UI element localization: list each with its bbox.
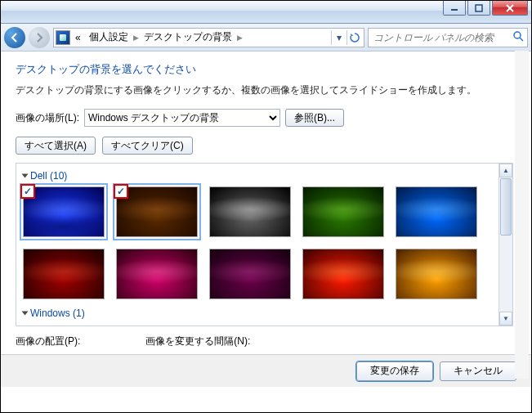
search-icon[interactable] xyxy=(512,30,524,44)
thumbnail[interactable] xyxy=(116,249,198,299)
window-titlebar xyxy=(1,1,531,24)
forward-button[interactable] xyxy=(29,27,50,48)
address-dropdown-button[interactable]: ▾ xyxy=(332,29,346,47)
thumbnail[interactable] xyxy=(23,249,105,299)
clear-all-button[interactable]: すべてクリア(C) xyxy=(102,137,193,155)
collapse-icon xyxy=(22,312,29,316)
location-label: 画像の場所(L): xyxy=(16,111,79,125)
scroll-track[interactable] xyxy=(499,177,512,312)
close-button[interactable] xyxy=(492,1,528,16)
location-icon xyxy=(56,30,70,45)
content-area: デスクトップの背景を選んでください デスクトップの背景にする画像をクリックするか… xyxy=(1,52,531,354)
gallery-panel: Dell (10) ✓ ✓ Windows (1) ▲ ▼ xyxy=(16,163,513,326)
thumbnail[interactable] xyxy=(302,186,384,237)
scroll-up-button[interactable]: ▲ xyxy=(499,164,512,177)
instruction-text: デスクトップの背景にする画像をクリックするか、複数の画像を選択してスライドショー… xyxy=(16,83,513,97)
scroll-thumb[interactable] xyxy=(500,178,512,236)
collapse-icon xyxy=(22,174,29,178)
group-label: Dell (10) xyxy=(30,170,67,182)
checkbox-checked-icon[interactable]: ✓ xyxy=(114,184,128,199)
group-label: Windows (1) xyxy=(30,308,85,319)
chevron-right-icon: ▶ xyxy=(237,34,243,42)
group-header-windows[interactable]: Windows (1) xyxy=(21,306,494,324)
back-button[interactable] xyxy=(4,27,25,48)
thumbnail[interactable] xyxy=(302,249,384,299)
thumbnail[interactable] xyxy=(209,249,291,299)
breadcrumb-personalization[interactable]: 個人設定 xyxy=(86,29,132,47)
svg-line-5 xyxy=(520,38,523,41)
chevron-right-icon: ▶ xyxy=(133,34,139,42)
cancel-button[interactable]: キャンセル xyxy=(440,361,516,381)
svg-rect-1 xyxy=(476,5,482,11)
thumbnail[interactable] xyxy=(396,186,477,237)
refresh-button[interactable] xyxy=(347,29,362,47)
minimize-button[interactable] xyxy=(443,1,466,16)
navigation-bar: « 個人設定 ▶ デスクトップの背景 ▶ ▾ xyxy=(1,24,531,52)
breadcrumb-prefix: « xyxy=(72,29,84,47)
thumbnail[interactable]: ✓ xyxy=(23,186,105,237)
save-changes-button[interactable]: 変更の保存 xyxy=(356,361,433,381)
browse-button[interactable]: 参照(B)... xyxy=(285,109,344,127)
svg-point-4 xyxy=(514,32,521,38)
search-input[interactable] xyxy=(372,31,512,44)
gallery: Dell (10) ✓ ✓ Windows (1) xyxy=(16,164,498,325)
thumbnail[interactable]: ✓ xyxy=(116,186,198,237)
group-header-dell[interactable]: Dell (10) xyxy=(21,168,494,186)
thumbnail[interactable] xyxy=(209,186,291,237)
breadcrumb-desktop-background[interactable]: デスクトップの背景 xyxy=(141,29,235,47)
maximize-button[interactable] xyxy=(467,1,490,16)
window-scrollbar[interactable] xyxy=(515,51,529,379)
address-bar[interactable]: « 個人設定 ▶ デスクトップの背景 ▶ ▾ xyxy=(53,28,364,47)
position-label: 画像の配置(P): xyxy=(16,334,80,348)
location-select[interactable]: Windows デスクトップの背景 xyxy=(84,109,280,127)
checkbox-checked-icon[interactable]: ✓ xyxy=(20,184,35,199)
footer-bar: 変更の保存 キャンセル xyxy=(1,354,531,387)
select-all-button[interactable]: すべて選択(A) xyxy=(16,137,96,155)
thumbnail[interactable] xyxy=(396,249,477,299)
interval-label: 画像を変更する間隔(N): xyxy=(145,334,250,348)
scroll-down-button[interactable]: ▼ xyxy=(499,312,512,325)
search-box[interactable] xyxy=(368,28,528,47)
instruction-title: デスクトップの背景を選んでください xyxy=(16,63,513,77)
gallery-scrollbar[interactable]: ▲ ▼ xyxy=(498,164,512,325)
